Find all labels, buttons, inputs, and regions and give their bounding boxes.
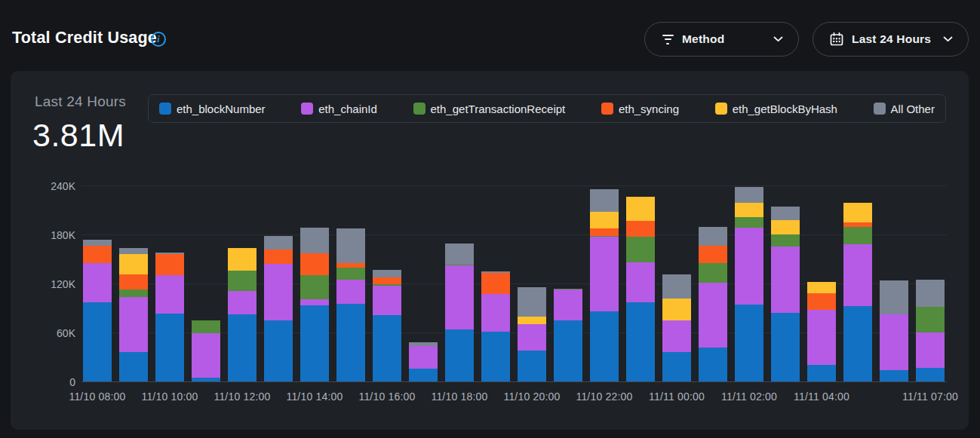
bar-11-10-09-00[interactable] — [119, 248, 148, 381]
bar-11-10-22-00[interactable] — [590, 189, 619, 381]
bar-segment[interactable] — [807, 282, 836, 293]
bar-segment[interactable] — [590, 212, 619, 229]
bar-segment[interactable] — [807, 310, 836, 366]
bar-segment[interactable] — [119, 248, 148, 254]
bar-segment[interactable] — [916, 280, 945, 308]
bar-11-11-05-00[interactable] — [843, 203, 872, 381]
bar-segment[interactable] — [771, 220, 800, 235]
bar-segment[interactable] — [807, 365, 836, 381]
bar-segment[interactable] — [771, 234, 800, 247]
bar-segment[interactable] — [735, 217, 763, 228]
bar-11-10-19-00[interactable] — [481, 271, 510, 381]
bar-segment[interactable] — [662, 274, 691, 298]
bar-segment[interactable] — [83, 246, 112, 263]
legend-item-1[interactable]: eth_chainId — [301, 103, 377, 115]
bar-segment[interactable] — [880, 370, 908, 381]
bar-segment[interactable] — [300, 275, 329, 299]
bar-segment[interactable] — [916, 332, 945, 368]
bar-segment[interactable] — [807, 293, 836, 310]
bar-segment[interactable] — [264, 250, 293, 265]
bar-segment[interactable] — [300, 228, 329, 253]
bar-segment[interactable] — [771, 313, 800, 381]
bar-11-10-23-00[interactable] — [626, 197, 655, 381]
bar-segment[interactable] — [228, 314, 257, 381]
bar-segment[interactable] — [155, 314, 184, 381]
bar-11-11-07-00[interactable] — [916, 280, 945, 381]
legend-item-0[interactable]: eth_blockNumber — [159, 103, 266, 115]
bar-segment[interactable] — [662, 299, 691, 320]
bar-segment[interactable] — [518, 324, 546, 351]
bar-segment[interactable] — [336, 304, 365, 381]
bar-segment[interactable] — [336, 228, 365, 263]
bar-segment[interactable] — [119, 254, 148, 274]
bar-segment[interactable] — [843, 244, 872, 306]
bar-segment[interactable] — [409, 346, 438, 368]
bar-11-11-04-00[interactable] — [807, 282, 836, 381]
bar-segment[interactable] — [735, 305, 763, 381]
bar-segment[interactable] — [626, 197, 655, 220]
bar-segment[interactable] — [735, 187, 763, 203]
bar-11-11-01-00[interactable] — [699, 227, 727, 381]
bar-segment[interactable] — [192, 333, 220, 378]
bar-segment[interactable] — [662, 320, 691, 352]
bar-segment[interactable] — [373, 286, 401, 315]
bar-segment[interactable] — [264, 236, 293, 249]
bar-segment[interactable] — [83, 240, 112, 247]
bar-segment[interactable] — [699, 263, 727, 283]
bar-segment[interactable] — [590, 237, 619, 311]
bar-segment[interactable] — [192, 320, 220, 333]
bar-segment[interactable] — [481, 332, 510, 381]
method-filter-button[interactable]: Method — [644, 22, 799, 57]
bar-11-10-16-00[interactable] — [373, 270, 401, 381]
bar-11-10-18-00[interactable] — [445, 244, 474, 381]
bar-11-10-20-00[interactable] — [518, 287, 546, 381]
bar-segment[interactable] — [916, 368, 945, 381]
bar-11-10-10-00[interactable] — [155, 253, 184, 381]
bar-segment[interactable] — [843, 306, 872, 381]
bar-segment[interactable] — [155, 275, 184, 314]
bar-segment[interactable] — [373, 315, 401, 381]
bar-segment[interactable] — [916, 307, 945, 332]
bar-segment[interactable] — [590, 228, 619, 236]
bar-segment[interactable] — [699, 283, 727, 348]
bar-segment[interactable] — [119, 289, 148, 298]
bar-segment[interactable] — [300, 299, 329, 306]
bar-11-11-02-00[interactable] — [735, 187, 763, 381]
bar-segment[interactable] — [300, 305, 329, 381]
bar-segment[interactable] — [699, 246, 727, 263]
bar-segment[interactable] — [300, 253, 329, 275]
legend-item-5[interactable]: All Other — [874, 103, 935, 115]
bar-segment[interactable] — [336, 268, 365, 279]
bar-segment[interactable] — [699, 348, 727, 382]
legend-item-3[interactable]: eth_syncing — [601, 103, 679, 115]
bar-segment[interactable] — [518, 351, 546, 381]
bar-segment[interactable] — [626, 221, 655, 237]
bar-segment[interactable] — [699, 227, 727, 246]
bar-11-10-17-00[interactable] — [409, 342, 438, 381]
bar-segment[interactable] — [264, 264, 293, 320]
bar-11-10-12-00[interactable] — [228, 248, 257, 381]
bar-11-10-11-00[interactable] — [192, 320, 220, 381]
bar-11-10-13-00[interactable] — [264, 236, 293, 381]
bar-segment[interactable] — [119, 352, 148, 381]
bar-segment[interactable] — [409, 369, 438, 381]
bar-segment[interactable] — [119, 297, 148, 352]
bar-segment[interactable] — [843, 203, 872, 222]
bar-segment[interactable] — [590, 311, 619, 381]
bar-11-10-15-00[interactable] — [336, 228, 365, 381]
bar-segment[interactable] — [373, 277, 401, 284]
bar-segment[interactable] — [83, 302, 112, 381]
bar-segment[interactable] — [155, 254, 184, 275]
legend-item-2[interactable]: eth_getTransactionReceipt — [413, 103, 566, 115]
time-range-button[interactable]: Last 24 Hours — [813, 22, 969, 57]
bar-segment[interactable] — [626, 262, 655, 302]
bar-segment[interactable] — [880, 314, 908, 370]
bar-segment[interactable] — [662, 352, 691, 381]
bar-11-10-14-00[interactable] — [300, 228, 329, 381]
bar-segment[interactable] — [880, 280, 908, 315]
bar-segment[interactable] — [554, 320, 582, 381]
bar-segment[interactable] — [843, 227, 872, 244]
bar-segment[interactable] — [626, 237, 655, 262]
bar-segment[interactable] — [445, 244, 474, 265]
bar-segment[interactable] — [481, 273, 510, 294]
